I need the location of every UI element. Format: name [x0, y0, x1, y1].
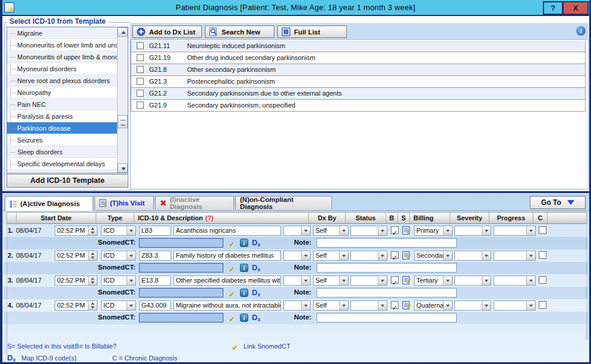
time-spinner[interactable]: 02:52 PM	[55, 276, 97, 286]
dropdown-arrow-icon[interactable]	[482, 276, 491, 285]
snomed-info-icon[interactable]: i	[240, 264, 248, 272]
dropdown-arrow-icon[interactable]	[482, 301, 491, 310]
template-list-item[interactable]: Neuropathy	[7, 87, 118, 99]
snomedct-input[interactable]	[139, 313, 223, 322]
template-list-item[interactable]: Spinocerebellar disease	[7, 170, 118, 173]
dx-by-dropdown[interactable]: Self	[313, 276, 349, 286]
dropdown-arrow-icon[interactable]	[443, 251, 452, 260]
dropdown-arrow-icon[interactable]	[482, 226, 491, 235]
note-edit-icon[interactable]	[402, 226, 410, 235]
icd-row-checkbox[interactable]	[137, 54, 144, 61]
status-dropdown[interactable]	[350, 251, 387, 261]
scrollbar-thumb[interactable]	[118, 115, 128, 128]
icd-row-checkbox[interactable]	[137, 90, 144, 97]
time-spinner[interactable]: 02:52 PM	[55, 251, 97, 261]
icd-result-row[interactable]: G21.3 Postencephalitic parkinsonism	[131, 76, 586, 88]
template-list-item[interactable]: Myoneural disorders	[7, 63, 118, 75]
note-edit-icon[interactable]	[402, 276, 410, 285]
type-dropdown[interactable]: ICD	[101, 226, 136, 236]
dropdown-arrow-icon[interactable]	[127, 301, 135, 310]
chronic-checkbox[interactable]	[539, 251, 546, 259]
type-dropdown[interactable]: ICD	[101, 251, 136, 261]
dropdown-arrow-icon[interactable]	[339, 301, 348, 310]
map-icd9-dx-icon[interactable]	[252, 239, 260, 249]
tab-inactive-diagnosis[interactable]: ✖ (I)nactive Diagnosis	[155, 196, 234, 210]
template-list-item[interactable]: Sleep disorders	[7, 146, 118, 158]
dropdown-arrow-icon[interactable]	[526, 226, 535, 235]
add-icd10-template-button[interactable]: Add ICD-10 Template	[7, 174, 128, 188]
link-snomedct-icon[interactable]	[229, 239, 237, 247]
progress-dropdown[interactable]	[494, 276, 536, 286]
scroll-down-icon[interactable]	[118, 163, 128, 173]
dropdown-arrow-icon[interactable]	[301, 276, 310, 285]
description-input[interactable]: Migraine without aura, not intractable, …	[173, 300, 281, 311]
dropdown-arrow-icon[interactable]	[378, 226, 387, 235]
link-snomedct-icon[interactable]	[229, 264, 237, 272]
icd-code-input[interactable]: E13.8	[139, 276, 171, 286]
time-spinner[interactable]: 02:52 PM	[55, 226, 97, 236]
header-help-marker[interactable]: (?)	[205, 214, 213, 221]
severity-dropdown[interactable]	[454, 251, 491, 261]
dropdown-arrow-icon[interactable]	[127, 226, 135, 235]
status-dropdown[interactable]	[350, 276, 387, 286]
unlabeled-dropdown[interactable]	[283, 251, 311, 261]
billing-dropdown[interactable]: Tertiary	[414, 276, 453, 286]
snomedct-input[interactable]	[139, 288, 223, 297]
snomed-info-icon[interactable]: i	[240, 289, 248, 297]
dropdown-arrow-icon[interactable]	[378, 251, 387, 260]
description-input[interactable]: Family history of diabetes mellitus	[173, 251, 281, 261]
link-snomedct-icon[interactable]	[229, 289, 237, 297]
add-to-dx-list-button[interactable]: Add to Dx List	[132, 26, 202, 38]
dropdown-arrow-icon[interactable]	[301, 226, 310, 235]
billable-checkbox[interactable]	[391, 251, 399, 259]
search-new-button[interactable]: Search New	[205, 26, 274, 38]
info-icon[interactable]: i	[576, 26, 586, 36]
close-button[interactable]: X	[562, 1, 589, 15]
icd-row-checkbox[interactable]	[137, 42, 144, 49]
type-dropdown[interactable]: ICD	[101, 276, 136, 286]
dropdown-arrow-icon[interactable]	[127, 276, 135, 285]
icd-row-checkbox[interactable]	[137, 78, 144, 85]
dx-by-dropdown[interactable]: Self	[313, 226, 349, 236]
spinner-arrows-icon[interactable]	[88, 226, 97, 235]
tab-this-visit[interactable]: (T)his Visit	[94, 196, 154, 210]
description-input[interactable]: Acanthosis nigricans	[173, 226, 281, 236]
unlabeled-dropdown[interactable]	[283, 276, 311, 286]
template-list-item[interactable]: Paralysis & paresis	[7, 110, 118, 122]
dx-by-dropdown[interactable]: Self	[313, 251, 349, 261]
dropdown-arrow-icon[interactable]	[443, 226, 452, 235]
dropdown-arrow-icon[interactable]	[526, 276, 535, 285]
snomed-info-icon[interactable]: i	[240, 314, 248, 322]
icd-code-input[interactable]: G43.009	[139, 300, 171, 311]
dropdown-arrow-icon[interactable]	[526, 301, 535, 310]
billing-dropdown[interactable]: Primary	[414, 226, 453, 236]
icd-result-row[interactable]: G21.11 Neuroleptic induced parkinsonism	[131, 40, 586, 52]
spinner-arrows-icon[interactable]	[88, 251, 97, 260]
dropdown-arrow-icon[interactable]	[301, 301, 310, 310]
icd-code-input[interactable]: Z83.3	[139, 251, 171, 261]
dropdown-arrow-icon[interactable]	[378, 301, 387, 310]
template-list-item[interactable]: Seizures	[7, 134, 118, 146]
icd-row-checkbox[interactable]	[137, 66, 144, 73]
icd-result-row[interactable]: G21.8 Other secondary parkinsonism	[131, 64, 586, 76]
template-list-item[interactable]: Migraine	[7, 27, 118, 39]
progress-dropdown[interactable]	[494, 300, 536, 311]
dropdown-arrow-icon[interactable]	[378, 276, 387, 285]
severity-dropdown[interactable]	[454, 300, 491, 311]
dropdown-arrow-icon[interactable]	[339, 226, 348, 235]
dx-by-dropdown[interactable]: Self	[313, 300, 349, 311]
billable-checkbox[interactable]	[391, 276, 399, 284]
legend-map-icd9[interactable]: Map ICD-9 code(s)	[21, 354, 77, 362]
unlabeled-dropdown[interactable]	[283, 300, 311, 311]
help-button[interactable]: ?	[543, 1, 563, 15]
note-edit-icon[interactable]	[402, 251, 410, 260]
snomed-info-icon[interactable]: i	[240, 239, 248, 247]
template-list-scrollbar[interactable]	[117, 27, 128, 173]
description-input[interactable]: Other specified diabetes mellitus with u	[173, 276, 281, 286]
dropdown-arrow-icon[interactable]	[482, 251, 491, 260]
dropdown-arrow-icon[interactable]	[339, 276, 348, 285]
map-icd9-dx-icon[interactable]	[252, 314, 260, 324]
note-input[interactable]	[317, 238, 457, 248]
note-input[interactable]	[317, 288, 457, 297]
status-dropdown[interactable]	[350, 226, 387, 236]
